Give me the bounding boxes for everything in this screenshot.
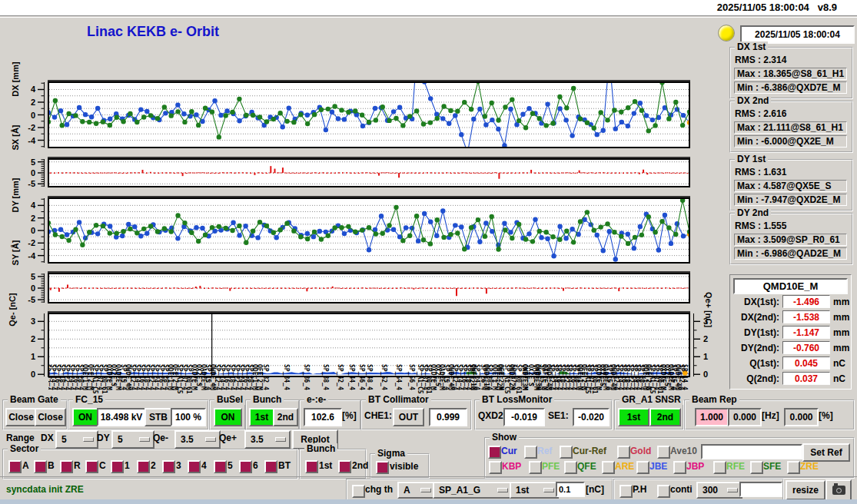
qxd2e-field: -0.019: [503, 408, 545, 426]
fc15-stb-button[interactable]: STB: [144, 408, 172, 426]
svg-text:-5: -5: [28, 295, 35, 304]
show-zre-checkbox[interactable]: [787, 461, 800, 474]
sector-4-checkbox[interactable]: [188, 460, 201, 473]
sector-BT-checkbox[interactable]: [264, 460, 277, 473]
beam-gate-close1-button[interactable]: Close: [5, 408, 37, 426]
show-qfe-checkbox[interactable]: [564, 461, 577, 474]
show-kbp-checkbox[interactable]: [489, 461, 502, 474]
show-jbp-checkbox[interactable]: [673, 461, 686, 474]
stats-min: Min : -6.386@QXD7E_M: [734, 81, 847, 94]
svg-text:0: 0: [31, 226, 35, 235]
set-ref-button[interactable]: Set Ref: [802, 443, 850, 462]
resize-button[interactable]: resize: [786, 480, 825, 500]
show-ref-checkbox[interactable]: [524, 446, 537, 459]
fc15-group: FC_15 ON 18.498 kV STB 100 %: [68, 400, 209, 430]
conti-checkbox[interactable]: [657, 485, 670, 498]
range-dx-value: 5: [61, 434, 67, 445]
monitor-row-value: -1.538: [782, 310, 830, 323]
range-dx-dropdown[interactable]: 5: [55, 430, 98, 449]
stats-rms: RMS : 1.555: [735, 220, 786, 231]
svg-text:4: 4: [31, 201, 36, 210]
main-panel: Linac KEKB e- Orbit 2025/11/05 18:00:04 …: [0, 17, 857, 500]
sector-item-label: 5: [228, 460, 233, 471]
sector-2-checkbox[interactable]: [137, 460, 150, 473]
count-dropdown[interactable]: 300: [696, 482, 742, 499]
svg-text:2: 2: [31, 214, 35, 223]
camera-icon: [832, 486, 845, 495]
sigma-visible-checkbox[interactable]: [376, 461, 389, 474]
bt-collimator-group: BT Collimator CHE1: OUT 0.999: [360, 400, 472, 430]
device-dropdown[interactable]: SP_A1_G: [433, 482, 513, 499]
show-cur-ref-checkbox[interactable]: [560, 446, 573, 459]
sector-A-checkbox[interactable]: [8, 460, 22, 473]
sector-1-checkbox[interactable]: [111, 460, 124, 473]
sector-B-checkbox[interactable]: [34, 460, 47, 473]
show-ave10-label: Ave10: [670, 446, 697, 456]
show-jbe-label: JBE: [649, 461, 667, 472]
show-ave10-checkbox[interactable]: [657, 446, 670, 459]
titlebar: 2025/11/05 18:00:04 v8.9: [0, 0, 857, 16]
show-group: Show Cur Ref Cur-Ref Gold Ave10 Set Ref …: [484, 437, 855, 479]
monitor-row-unit: nC: [833, 358, 845, 369]
spare-input[interactable]: [739, 482, 782, 497]
show-are-checkbox[interactable]: [602, 461, 615, 474]
che1-out-button[interactable]: OUT: [393, 408, 424, 426]
busel-on-button[interactable]: ON: [214, 408, 242, 426]
dropdown-dash-icon: [420, 488, 431, 492]
range-qem-dropdown[interactable]: 3.5: [174, 430, 221, 449]
beam-gate-close2-button[interactable]: Close: [35, 408, 66, 426]
sector-item-label: 3: [176, 460, 181, 471]
sector-R-checkbox[interactable]: [60, 460, 73, 473]
bunch-1st-label: 1st: [319, 460, 332, 471]
svg-text:4: 4: [31, 85, 36, 94]
th-ab-dropdown[interactable]: A: [397, 482, 436, 499]
fc15-on-button[interactable]: ON: [72, 408, 98, 426]
sigma-label: Sigma: [375, 448, 407, 459]
bt-lossmonitor-group: BT LossMonitor QXD2E: -0.019 SE1: -0.020: [474, 400, 613, 430]
sector-6-checkbox[interactable]: [239, 460, 252, 473]
chg-th-checkbox[interactable]: [352, 485, 365, 498]
sector-5-checkbox[interactable]: [214, 460, 227, 473]
show-jbe-checkbox[interactable]: [636, 461, 649, 474]
ph-label: P.H: [633, 484, 646, 495]
show-pfe-checkbox[interactable]: [529, 461, 542, 474]
beam-rep-label: Beam Rep: [689, 394, 739, 405]
dropdown-dash-icon: [543, 488, 554, 492]
svg-text:-4: -4: [28, 136, 36, 145]
sector-3-checkbox[interactable]: [162, 460, 175, 473]
bunch-2nd-button[interactable]: 2nd: [273, 408, 298, 426]
ref-name-input[interactable]: [701, 444, 802, 459]
bunch-1st-button[interactable]: 1st: [249, 408, 274, 426]
bunch-2nd-checkbox[interactable]: [338, 460, 351, 473]
acquisition-panel: P.H conti 300: [613, 479, 784, 502]
threshold-input[interactable]: [556, 482, 585, 497]
bunch-select-group: Bunch 1st 2nd: [299, 449, 367, 479]
ph-checkbox[interactable]: [619, 485, 633, 498]
sx-sigma-chart: 50-5: [0, 153, 722, 193]
titlebar-version: v8.9: [818, 2, 837, 13]
gr-snsr-2nd-button[interactable]: 2nd: [649, 408, 681, 426]
show-gold-checkbox[interactable]: [617, 446, 630, 459]
range-qep-dropdown[interactable]: 3.5: [244, 430, 291, 449]
show-rfe-checkbox[interactable]: [713, 461, 726, 474]
conti-label: conti: [670, 484, 693, 495]
gr-snsr-label: GR_A1 SNSR: [619, 394, 683, 405]
sector-C-checkbox[interactable]: [85, 460, 98, 473]
range-dy-dropdown[interactable]: 5: [111, 430, 154, 449]
gr-snsr-1st-button[interactable]: 1st: [618, 408, 649, 426]
bpm-monitor-title: QMD10E_M: [733, 278, 848, 294]
show-sfe-checkbox[interactable]: [750, 461, 763, 474]
beam-gate-group: Beam Gate Close Close: [2, 400, 68, 430]
show-qfe-label: QFE: [577, 461, 596, 472]
stats-max: Max : 3.509@SP_R0_61: [734, 234, 847, 246]
ee-ratio-unit: [%]: [342, 410, 357, 421]
bunch-1st-checkbox[interactable]: [305, 460, 318, 473]
svg-text:2: 2: [31, 334, 35, 343]
show-cur-checkbox[interactable]: [488, 446, 501, 459]
monitor-row-unit: mm: [833, 312, 849, 323]
th-bunch-dropdown[interactable]: 1st: [510, 482, 559, 499]
svg-text:-2: -2: [28, 238, 35, 247]
ee-ratio-field: 102.6: [304, 408, 342, 426]
dropdown-dash-icon: [83, 437, 94, 442]
screenshot-button[interactable]: [825, 479, 852, 501]
